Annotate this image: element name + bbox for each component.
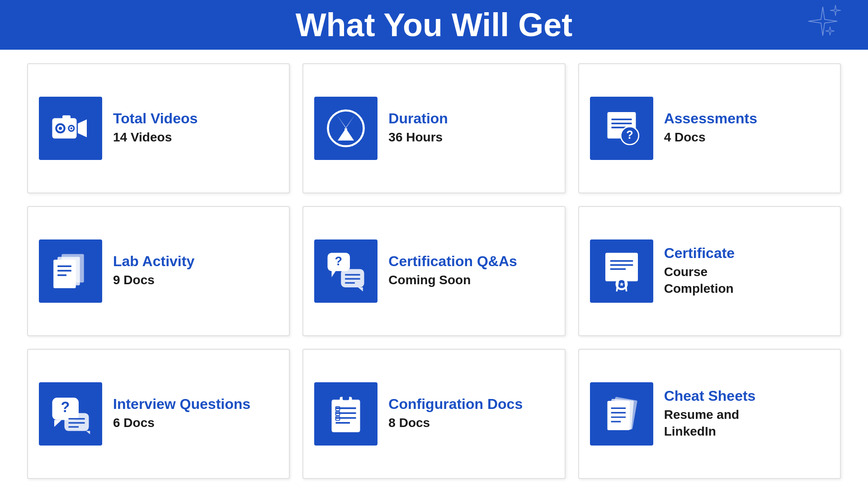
card-certificate-value: CourseCompletion [664, 264, 735, 297]
card-duration-value: 36 Hours [388, 129, 448, 145]
hourglass-icon [314, 97, 377, 160]
svg-marker-44 [86, 431, 90, 434]
svg-rect-50 [343, 395, 349, 400]
card-certificate: ★ Certificate CourseCompletion [578, 206, 841, 336]
svg-rect-43 [65, 413, 89, 431]
star-decoration [787, 2, 841, 47]
svg-rect-8 [62, 115, 71, 119]
card-interview-questions-text: Interview Questions 6 Docs [113, 396, 250, 432]
card-lab-activity-text: Lab Activity 9 Docs [113, 253, 194, 289]
card-assessments-text: Assessments 4 Docs [664, 111, 757, 146]
card-configuration-docs-label: Configuration Docs [388, 396, 523, 412]
card-interview-questions: ? Interview Questions 6 Docs [27, 349, 290, 479]
card-cheat-sheets-label: Cheat Sheets [664, 388, 756, 404]
page-header: What You Will Get [0, 0, 868, 50]
svg-rect-31 [605, 253, 638, 282]
card-certificate-text: Certificate CourseCompletion [664, 245, 735, 297]
svg-rect-60 [607, 401, 630, 430]
svg-marker-24 [332, 271, 336, 277]
card-certificate-label: Certificate [664, 245, 735, 261]
card-certification-qas-value: Coming Soon [388, 272, 517, 288]
card-interview-questions-label: Interview Questions [113, 396, 250, 412]
page-title: What You Will Get [296, 6, 573, 43]
card-configuration-docs-text: Configuration Docs 8 Docs [388, 396, 523, 432]
card-lab-activity: Lab Activity 9 Docs [27, 206, 290, 336]
svg-marker-41 [54, 420, 61, 427]
card-cheat-sheets-value: Resume andLinkedIn [664, 407, 756, 440]
svg-text:?: ? [626, 128, 633, 141]
card-total-videos-text: Total Videos 14 Videos [113, 111, 198, 146]
svg-text:?: ? [335, 254, 343, 268]
svg-marker-27 [358, 287, 363, 291]
card-configuration-docs-value: 8 Docs [388, 415, 523, 431]
video-camera-icon [39, 97, 102, 160]
card-cheat-sheets: Cheat Sheets Resume andLinkedIn [578, 349, 841, 479]
qa-icon: ? [314, 239, 377, 303]
cheatsheet-icon [590, 382, 653, 446]
content-grid: Total Videos 14 Videos Duration 36 Hours [0, 50, 868, 488]
card-lab-activity-value: 9 Docs [113, 272, 194, 288]
card-certification-qas-label: Certification Q&As [388, 253, 517, 269]
interview-icon: ? [39, 382, 102, 446]
card-duration-label: Duration [388, 111, 448, 127]
svg-marker-7 [78, 119, 87, 137]
svg-rect-10 [345, 128, 347, 136]
card-certification-qas-text: Certification Q&As Coming Soon [388, 253, 517, 289]
card-interview-questions-value: 6 Docs [113, 415, 250, 431]
card-lab-activity-label: Lab Activity [113, 253, 194, 269]
svg-text:★: ★ [619, 282, 624, 287]
card-configuration-docs: Configuration Docs 8 Docs [302, 349, 565, 479]
assessment-icon: ? [590, 97, 653, 160]
svg-point-3 [59, 127, 62, 130]
card-total-videos-label: Total Videos [113, 111, 198, 127]
card-certification-qas: ? Certification Q&As Coming Soon [302, 206, 565, 336]
svg-text:?: ? [61, 399, 70, 415]
certificate-icon: ★ [590, 239, 653, 303]
svg-rect-48 [332, 400, 360, 432]
card-total-videos-value: 14 Videos [113, 129, 198, 145]
card-total-videos: Total Videos 14 Videos [27, 63, 290, 193]
card-assessments-value: 4 Docs [664, 129, 757, 145]
svg-point-6 [71, 127, 73, 130]
lab-icon [39, 239, 102, 303]
svg-rect-19 [53, 260, 76, 288]
card-assessments: ? Assessments 4 Docs [578, 63, 841, 193]
card-duration-text: Duration 36 Hours [388, 111, 448, 146]
card-assessments-label: Assessments [664, 111, 757, 127]
config-icon [314, 382, 377, 446]
card-cheat-sheets-text: Cheat Sheets Resume andLinkedIn [664, 388, 756, 440]
card-duration: Duration 36 Hours [302, 63, 565, 193]
